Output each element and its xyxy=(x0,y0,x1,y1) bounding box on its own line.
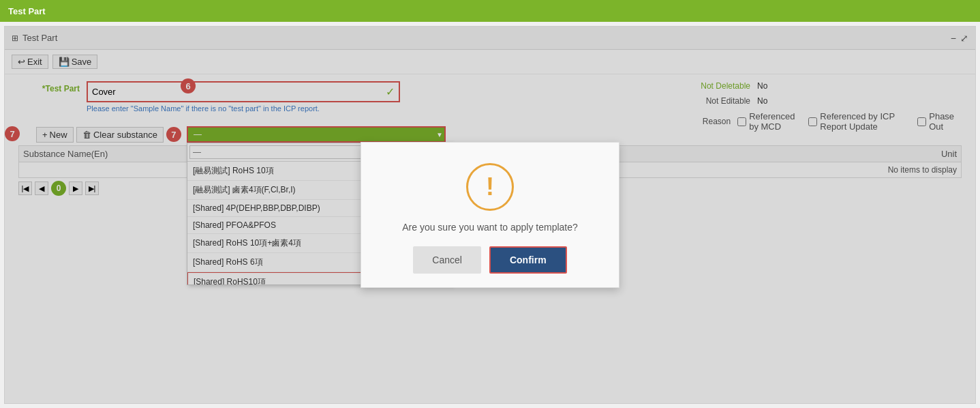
title-bar-text: Test Part xyxy=(8,6,46,16)
title-bar: Test Part xyxy=(0,0,980,22)
modal-overlay: ! Are you sure you want to apply templat… xyxy=(5,27,975,403)
modal-box: ! Are you sure you want to apply templat… xyxy=(361,142,619,288)
main-window: ⊞ Test Part − ⤢ ↩ Exit 💾 Save 6 *Test Pa… xyxy=(4,26,976,404)
modal-message: Are you sure you want to apply template? xyxy=(402,222,578,233)
warning-exclaim-icon: ! xyxy=(486,175,494,199)
warning-circle: ! xyxy=(466,163,514,211)
confirm-button[interactable]: Confirm xyxy=(489,246,567,274)
cancel-button[interactable]: Cancel xyxy=(413,246,481,274)
modal-buttons: Cancel Confirm xyxy=(413,246,566,274)
